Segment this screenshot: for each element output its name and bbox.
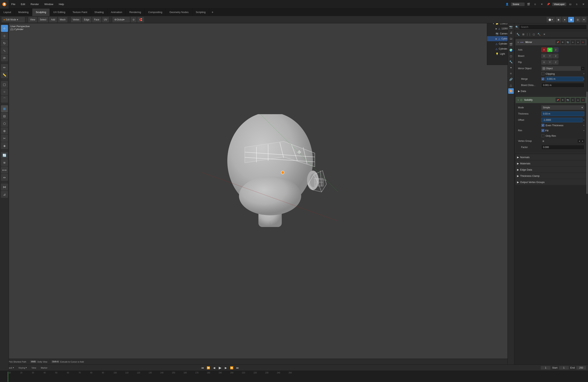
- mode-select[interactable]: Simple ▾: [541, 105, 584, 110]
- tab-sculpting[interactable]: Sculpting: [32, 9, 50, 16]
- proportional-edit[interactable]: ⊙: [131, 17, 136, 22]
- mirror-x-btn[interactable]: ✕: [581, 40, 585, 44]
- edge-data-section[interactable]: ▶ Edge Data: [515, 167, 587, 172]
- fill-dot[interactable]: •: [583, 129, 584, 132]
- prop-modifier-icon[interactable]: 🔧: [508, 59, 514, 64]
- modifier-tab-grid[interactable]: ⊞: [521, 32, 526, 37]
- modifier-tab-array[interactable]: ⋮⋮: [526, 32, 531, 37]
- jump-end-btn[interactable]: ⏭: [235, 365, 240, 370]
- solidify-x-btn[interactable]: ✕: [581, 98, 585, 102]
- tool-annotate[interactable]: ✏: [1, 64, 8, 71]
- menu-help[interactable]: Help: [56, 0, 67, 9]
- keying-btn[interactable]: Keying ▾: [17, 366, 29, 369]
- bisect-dist-value[interactable]: 0.001 m: [541, 83, 584, 87]
- tool-shrink[interactable]: ⇔: [1, 174, 8, 181]
- even-thickness-dot[interactable]: •: [583, 124, 584, 127]
- merge-checkbox[interactable]: ✓: [541, 77, 545, 81]
- modifier-tab-bool[interactable]: ◻: [531, 32, 536, 37]
- timeline-ruler[interactable]: 10 20 30 40 50 60 70 80 90 100 110 120 1…: [0, 371, 588, 382]
- prop-output-icon[interactable]: 🖨: [508, 30, 514, 35]
- tool-shear[interactable]: ⋈: [1, 183, 8, 191]
- prop-world-icon[interactable]: 🌍: [508, 47, 514, 53]
- flip-y-btn[interactable]: Y: [547, 60, 553, 64]
- menu-render[interactable]: Render: [28, 0, 42, 9]
- tab-animation[interactable]: Animation: [107, 9, 126, 16]
- tool-circle-select[interactable]: ○: [1, 88, 8, 95]
- mirror-data-section[interactable]: ▶ Data: [518, 89, 584, 93]
- bisect-z-btn[interactable]: Z: [553, 54, 558, 58]
- tool-extrude[interactable]: ⊞: [1, 105, 8, 112]
- blender-logo[interactable]: [0, 0, 9, 9]
- tool-scale[interactable]: ⤡: [1, 47, 8, 54]
- vl-icon[interactable]: 🗂: [567, 1, 573, 7]
- fill-checkbox[interactable]: ✓: [541, 129, 545, 132]
- edge-btn[interactable]: Edge: [82, 17, 91, 22]
- tab-texture-paint[interactable]: Texture Paint: [69, 9, 91, 16]
- only-rim-checkbox[interactable]: [541, 134, 545, 137]
- axis-x-btn[interactable]: X: [541, 47, 547, 52]
- view-layer-name[interactable]: ViewLayer: [552, 2, 566, 6]
- flip-x-btn[interactable]: X: [541, 60, 547, 64]
- materials-section[interactable]: ▶ Materials: [515, 160, 587, 166]
- vertex-btn[interactable]: Vertex: [71, 17, 81, 22]
- solidify-modifier-header[interactable]: ▼ ⬡ Solidify 📌 👁 📷 ✏ ▾ ✕: [516, 97, 587, 103]
- factor-value[interactable]: 0.000: [541, 145, 584, 149]
- copy-icon[interactable]: ⎘: [532, 1, 538, 7]
- mirror-down-btn[interactable]: ▾: [576, 40, 580, 44]
- prop-object-icon[interactable]: ◻: [508, 53, 514, 59]
- prop-material-icon[interactable]: 🎨: [508, 88, 514, 94]
- offset-value[interactable]: -1.0000: [541, 118, 583, 122]
- thickness-clamp-section[interactable]: ▶ Thickness Clamp: [515, 173, 587, 179]
- tab-rendering[interactable]: Rendering: [126, 9, 145, 16]
- transform-orient[interactable]: ⚙ Global ▾: [112, 17, 130, 22]
- modifier-tab-x[interactable]: ✕: [542, 32, 547, 37]
- overlay-toggle[interactable]: ⬤▾: [546, 17, 555, 22]
- mirror-pin-btn[interactable]: 📌: [556, 40, 560, 44]
- tool-poly-build[interactable]: ◈: [1, 142, 8, 149]
- prev-frame-btn[interactable]: ⏪: [206, 365, 211, 370]
- prop-view-layer-icon[interactable]: 🗂: [508, 36, 514, 41]
- uv-btn[interactable]: UV: [102, 17, 109, 22]
- offset-dot[interactable]: •: [583, 119, 584, 122]
- next-keyframe-btn[interactable]: ▶: [224, 365, 228, 370]
- face-btn[interactable]: Face: [92, 17, 101, 22]
- viewport[interactable]: User Perspective (1) Cylinder: [9, 23, 553, 364]
- modifier-tab-wrench[interactable]: 🔧: [515, 32, 521, 37]
- end-frame-display[interactable]: 250: [576, 366, 586, 370]
- tab-compositing[interactable]: Compositing: [145, 9, 166, 16]
- props-search[interactable]: [519, 24, 587, 30]
- mirror-modifier-header[interactable]: ▼ ⟺ Mirror 📌 👁 📷 ✏ ▾ ✕: [516, 39, 587, 45]
- merge-value[interactable]: 0.001 m: [545, 77, 583, 81]
- mode-selector[interactable]: ● Edit Mode ▾: [1, 17, 25, 22]
- tab-shading[interactable]: Shading: [91, 9, 107, 16]
- menu-file[interactable]: File: [9, 0, 18, 9]
- tab-layout[interactable]: Layout: [0, 9, 15, 16]
- tool-knife[interactable]: ✂: [1, 135, 8, 142]
- play-btn[interactable]: ▶: [218, 365, 222, 370]
- tab-geometry-nodes[interactable]: Geometry Nodes: [166, 9, 192, 16]
- mirror-edit-btn[interactable]: ✏: [571, 40, 575, 44]
- menu-edit[interactable]: Edit: [18, 0, 28, 9]
- add-workspace-button[interactable]: +: [209, 9, 216, 16]
- prop-object-data-icon[interactable]: △: [508, 83, 514, 88]
- modifier-tab-build[interactable]: 🔨: [536, 32, 542, 37]
- tool-spin[interactable]: 🔄: [1, 152, 8, 159]
- tool-measure[interactable]: 📏: [1, 71, 8, 78]
- solidify-render-btn[interactable]: 📷: [566, 98, 570, 102]
- mirror-object-picker[interactable]: ✎: [581, 67, 584, 70]
- jump-start-btn[interactable]: ⏮: [200, 365, 205, 370]
- tool-bisect[interactable]: ⊿: [1, 191, 8, 198]
- tool-transform[interactable]: ⟳: [1, 54, 8, 62]
- solidify-down-btn[interactable]: ▾: [576, 98, 580, 102]
- axis-z-btn[interactable]: Z: [553, 47, 558, 52]
- vl-copy-icon[interactable]: ⎘: [574, 1, 579, 7]
- mirror-object-field[interactable]: Object: [541, 66, 581, 71]
- prop-physics-icon[interactable]: ⚛: [508, 71, 514, 76]
- tool-edge-slide[interactable]: ⟺: [1, 167, 8, 173]
- tab-uv-editing[interactable]: UV Editing: [50, 9, 69, 16]
- prev-keyframe-btn[interactable]: ◀: [212, 365, 217, 370]
- tool-rotate[interactable]: ↻: [1, 40, 8, 47]
- add-btn[interactable]: Add: [49, 17, 57, 22]
- select-btn[interactable]: Select: [38, 17, 48, 22]
- scene-icon[interactable]: 🎬: [526, 1, 531, 7]
